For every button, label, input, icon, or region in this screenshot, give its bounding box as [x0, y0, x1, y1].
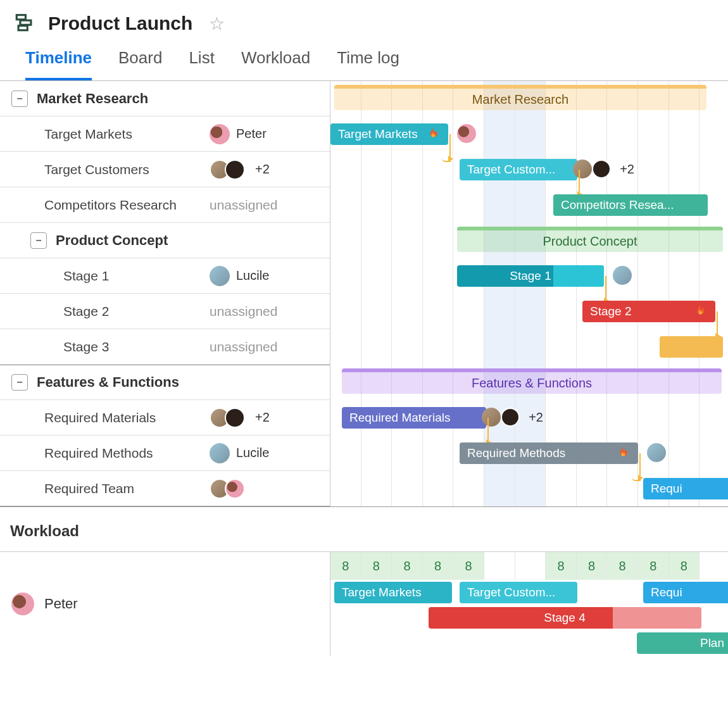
- workload-heading: Workload: [0, 506, 728, 552]
- workload-person-row[interactable]: Peter: [0, 552, 330, 656]
- group-bar[interactable]: Market Research: [334, 85, 706, 110]
- task-row[interactable]: Competitors Research unassigned: [0, 187, 330, 223]
- workload-cell: 8: [577, 552, 608, 580]
- dependency-arrow: [571, 170, 580, 198]
- tab-timelog[interactable]: Time log: [337, 48, 399, 80]
- group-bar[interactable]: Product Concept: [457, 227, 723, 252]
- workload-bar[interactable]: Target Markets: [334, 582, 452, 603]
- task-row[interactable]: Stage 3 unassigned: [0, 329, 330, 365]
- svg-rect-2: [18, 26, 27, 30]
- dependency-arrow: [632, 453, 641, 481]
- collapse-icon[interactable]: −: [11, 374, 28, 391]
- flame-icon: [691, 303, 708, 320]
- workload-cell: .: [515, 552, 546, 580]
- avatar: [11, 593, 34, 615]
- task-bar[interactable]: Requi: [643, 478, 728, 499]
- workload-bar[interactable]: Stage 4: [429, 607, 701, 629]
- group-features-functions[interactable]: − Features & Functions: [0, 365, 330, 400]
- dependency-arrow: [442, 134, 451, 162]
- workload-cell: 8: [546, 552, 577, 580]
- task-bar[interactable]: Required Materials+2: [342, 407, 486, 429]
- project-icon: [14, 11, 35, 35]
- task-bar[interactable]: Stage 2: [582, 301, 715, 322]
- task-row[interactable]: Required Team: [0, 471, 330, 506]
- workload-cell: 8: [423, 552, 454, 580]
- dependency-arrow: [709, 311, 718, 339]
- workload-bar[interactable]: Requi: [643, 582, 728, 603]
- task-bar[interactable]: Required Methods: [460, 442, 638, 464]
- avatar: [501, 408, 520, 427]
- workload-cell: 8: [392, 552, 423, 580]
- dependency-arrow: [598, 276, 606, 304]
- group-bar[interactable]: Features & Functions: [342, 368, 722, 394]
- page-title: Product Launch: [48, 13, 192, 34]
- avatar: [647, 443, 666, 462]
- tabs: Timeline Board List Workload Time log: [0, 39, 728, 81]
- avatar: [613, 266, 632, 285]
- workload-bar[interactable]: Plan: [637, 632, 728, 654]
- avatar: [210, 124, 230, 144]
- task-row[interactable]: Target Customers +2: [0, 152, 330, 187]
- dependency-arrow: [480, 418, 489, 446]
- collapse-icon[interactable]: −: [11, 91, 28, 107]
- tab-list[interactable]: List: [189, 48, 214, 80]
- task-row[interactable]: Required Methods Lucile: [0, 436, 330, 471]
- workload-cell: 8: [330, 552, 361, 580]
- avatar: [225, 479, 245, 499]
- svg-rect-1: [20, 20, 31, 25]
- avatar: [210, 443, 230, 463]
- group-label: Product Concept: [56, 232, 168, 249]
- group-market-research[interactable]: − Market Research: [0, 81, 330, 116]
- tab-timeline[interactable]: Timeline: [25, 48, 92, 80]
- task-bar[interactable]: Stage 1: [457, 265, 604, 287]
- star-icon[interactable]: ☆: [209, 13, 225, 34]
- avatar: [225, 160, 245, 180]
- workload-cell: 8: [607, 552, 638, 580]
- task-bar[interactable]: Competitors Resea...: [553, 194, 708, 216]
- flame-icon: [424, 126, 441, 142]
- collapse-icon[interactable]: −: [30, 232, 47, 249]
- task-row[interactable]: Stage 1 Lucile: [0, 258, 330, 294]
- tab-board[interactable]: Board: [118, 48, 162, 80]
- avatar: [457, 124, 476, 143]
- task-row[interactable]: Stage 2 unassigned: [0, 294, 330, 329]
- unassigned-label: unassigned: [210, 198, 277, 213]
- task-bar[interactable]: Target Custom...+2: [460, 159, 577, 180]
- avatar: [225, 408, 245, 428]
- group-label: Market Research: [37, 91, 148, 107]
- workload-cell: 8: [453, 552, 484, 580]
- workload-cell: 8: [361, 552, 392, 580]
- task-row[interactable]: Target Markets Peter: [0, 116, 330, 152]
- svg-rect-0: [16, 15, 25, 20]
- workload-cell: 8: [638, 552, 669, 580]
- workload-cells: 88888..88888: [330, 552, 728, 580]
- task-row[interactable]: Required Materials +2: [0, 400, 330, 436]
- group-product-concept[interactable]: − Product Concept: [0, 223, 330, 258]
- task-bar[interactable]: Target Markets: [330, 123, 448, 145]
- avatar: [592, 160, 611, 179]
- workload-cell: .: [484, 552, 515, 580]
- task-bar[interactable]: [660, 336, 723, 358]
- tab-workload[interactable]: Workload: [241, 48, 310, 80]
- flame-icon: [614, 445, 631, 461]
- workload-bar[interactable]: Target Custom...: [460, 582, 577, 603]
- group-label: Features & Functions: [37, 374, 179, 391]
- avatar: [210, 266, 230, 286]
- workload-cell: 8: [669, 552, 700, 580]
